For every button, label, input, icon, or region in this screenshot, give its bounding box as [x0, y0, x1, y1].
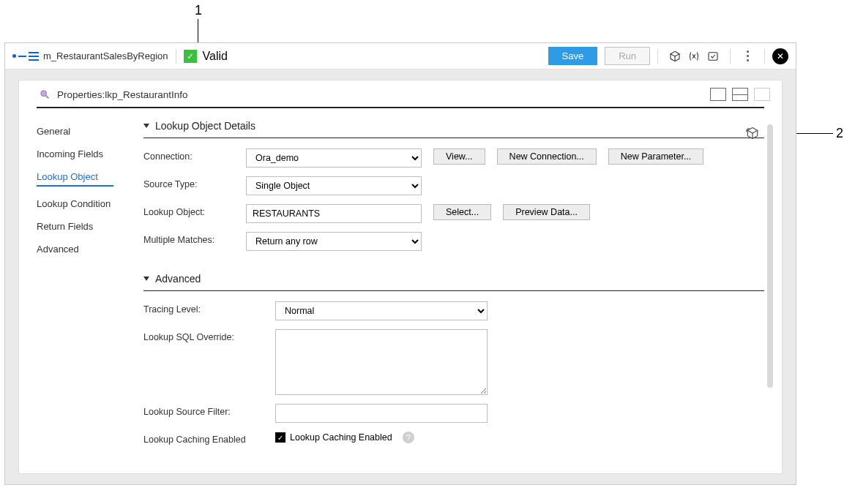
- caret-down-icon: [143, 124, 149, 128]
- scrollbar[interactable]: [767, 124, 773, 388]
- callout-2-label: 2: [836, 126, 843, 141]
- view-button[interactable]: View...: [433, 148, 485, 165]
- svg-rect-0: [709, 52, 717, 60]
- section-head-advanced[interactable]: Advanced: [143, 270, 764, 290]
- topbar: m_RestaurantSalesByRegion ✓ Valid Save R…: [5, 43, 796, 69]
- sidebar-item-incoming-fields[interactable]: Incoming Fields: [37, 143, 136, 165]
- section-head-details-label: Lookup Object Details: [155, 120, 255, 132]
- section-head-details[interactable]: Lookup Object Details: [143, 117, 764, 138]
- panel-header: Properties: lkp_RestaurantInfo: [19, 80, 782, 107]
- row-multiple-matches: Multiple Matches: Return any row: [143, 232, 764, 251]
- svg-line-2: [46, 96, 49, 99]
- sidebar-item-return-fields[interactable]: Return Fields: [37, 215, 136, 238]
- help-icon[interactable]: ?: [403, 432, 414, 443]
- source-filter-input[interactable]: [275, 404, 488, 423]
- close-button[interactable]: ✕: [772, 48, 788, 64]
- connection-select[interactable]: Ora_demo: [246, 148, 422, 168]
- layout-split-icon[interactable]: [732, 88, 748, 101]
- app-window: m_RestaurantSalesByRegion ✓ Valid Save R…: [4, 42, 796, 485]
- properties-sidebar: General Incoming Fields Lookup Object Lo…: [19, 108, 136, 473]
- variable-icon[interactable]: [684, 48, 703, 64]
- row-source-filter: Lookup Source Filter:: [143, 404, 764, 423]
- checkbox-checked-icon: ✓: [275, 432, 285, 443]
- parameterize-icon[interactable]: [745, 126, 760, 143]
- panel-title-prefix: Properties:: [57, 89, 105, 100]
- sql-override-textarea[interactable]: [275, 329, 488, 395]
- caching-check-text: Lookup Caching Enabled: [290, 432, 392, 443]
- preview-data-button[interactable]: Preview Data...: [503, 204, 590, 220]
- panel-title-name: lkp_RestaurantInfo: [105, 89, 187, 100]
- body-area: Properties: lkp_RestaurantInfo General I…: [5, 69, 796, 484]
- row-sql-override: Lookup SQL Override:: [143, 329, 764, 395]
- tracing-level-label: Tracing Level:: [143, 301, 275, 315]
- sql-override-label: Lookup SQL Override:: [143, 329, 275, 342]
- section-lookup-details: Lookup Object Details Connection: Ora_de…: [143, 117, 764, 251]
- source-type-select[interactable]: Single Object: [246, 176, 422, 195]
- row-connection: Connection: Ora_demo View... New Connect…: [143, 148, 764, 168]
- multiple-matches-select[interactable]: Return any row: [246, 232, 422, 251]
- caching-label: Lookup Caching Enabled: [143, 432, 275, 445]
- caching-checkbox-wrap[interactable]: ✓ Lookup Caching Enabled ?: [275, 432, 414, 443]
- row-caching: Lookup Caching Enabled ✓ Lookup Caching …: [143, 432, 764, 445]
- properties-panel: Properties: lkp_RestaurantInfo General I…: [18, 80, 783, 474]
- check-icon: ✓: [184, 50, 197, 63]
- layout-min-icon[interactable]: [754, 88, 770, 101]
- layout-full-icon[interactable]: [710, 88, 726, 101]
- cube-icon[interactable]: [665, 48, 684, 64]
- svg-point-1: [41, 91, 47, 97]
- lookup-object-label: Lookup Object:: [143, 204, 246, 217]
- new-connection-button[interactable]: New Connection...: [497, 148, 597, 165]
- sidebar-item-lookup-object[interactable]: Lookup Object: [37, 165, 136, 192]
- valid-text: Valid: [203, 50, 228, 63]
- separator: [764, 49, 765, 64]
- connection-label: Connection:: [143, 148, 246, 162]
- caret-down-icon: [143, 277, 149, 281]
- section-head-advanced-label: Advanced: [155, 273, 201, 285]
- row-source-type: Source Type: Single Object: [143, 176, 764, 195]
- separator: [657, 49, 658, 64]
- mapping-type-icon: [12, 52, 39, 61]
- separator: [176, 49, 176, 64]
- new-parameter-button[interactable]: New Parameter...: [608, 148, 704, 165]
- run-button[interactable]: Run: [605, 47, 650, 65]
- section-advanced: Advanced Tracing Level: Normal Lookup SQ…: [143, 270, 764, 445]
- section-rule: [143, 290, 764, 291]
- section-rule: [143, 138, 764, 138]
- source-type-label: Source Type:: [143, 176, 246, 189]
- validate-icon[interactable]: [703, 48, 723, 64]
- content-area: Lookup Object Details Connection: Ora_de…: [136, 108, 782, 473]
- multiple-matches-label: Multiple Matches:: [143, 232, 246, 245]
- valid-status: ✓ Valid: [184, 50, 228, 63]
- panel-body: General Incoming Fields Lookup Object Lo…: [19, 108, 782, 473]
- row-lookup-object: Lookup Object: Select... Preview Data...: [143, 204, 764, 223]
- search-icon: [40, 89, 50, 99]
- lookup-object-input[interactable]: [246, 204, 422, 223]
- sidebar-item-general[interactable]: General: [37, 120, 136, 143]
- separator: [730, 49, 731, 64]
- row-tracing: Tracing Level: Normal: [143, 301, 764, 320]
- more-menu[interactable]: [738, 48, 757, 64]
- source-filter-label: Lookup Source Filter:: [143, 404, 275, 417]
- mapping-name: m_RestaurantSalesByRegion: [43, 50, 168, 61]
- panel-layout-icons: [710, 88, 770, 101]
- save-button[interactable]: Save: [548, 47, 598, 65]
- callout-1-label: 1: [195, 3, 202, 18]
- select-button[interactable]: Select...: [433, 204, 491, 220]
- sidebar-item-lookup-condition[interactable]: Lookup Condition: [37, 192, 136, 215]
- sidebar-item-advanced[interactable]: Advanced: [37, 238, 136, 260]
- tracing-level-select[interactable]: Normal: [275, 301, 488, 320]
